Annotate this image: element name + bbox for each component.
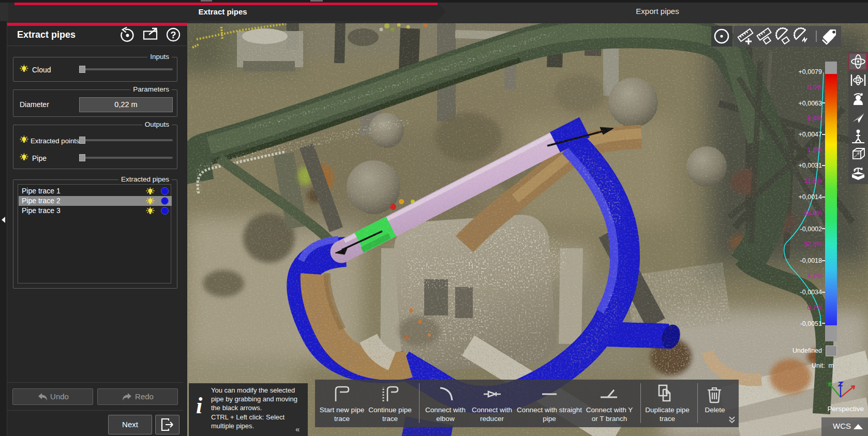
svg-text:?: ? (171, 30, 176, 40)
